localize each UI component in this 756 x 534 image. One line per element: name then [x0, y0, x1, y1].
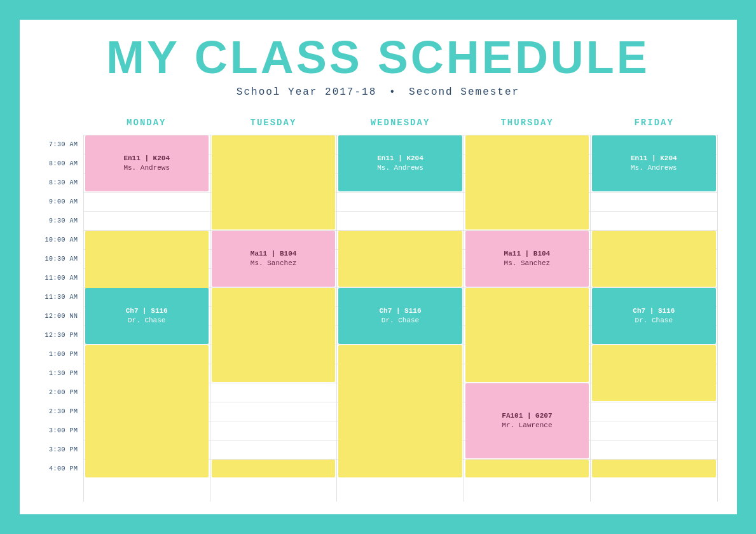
event-block: Ch7 | S116Dr. Chase — [338, 288, 462, 344]
event-name: FA101 | G207 — [502, 411, 552, 421]
event-name: Ma11 | B104 — [504, 249, 551, 259]
event-block: FA101 | G207Mr. Lawrence — [465, 383, 589, 458]
event-teacher: Dr. Chase — [254, 421, 292, 430]
event-teacher: Ms. Andrews — [377, 163, 423, 173]
event-teacher: Ms. Sanchez — [504, 259, 551, 268]
event-block — [465, 288, 589, 382]
event-name: Lit14 | K204 — [375, 202, 425, 211]
event-teacher: Ms. Andrews — [631, 163, 677, 173]
day-header: FRIDAY — [591, 111, 718, 135]
event-teacher: Dr. Chase — [381, 316, 419, 325]
event-teacher: Mr. Sawyer — [380, 211, 422, 221]
time-column: 7:30 AM8:00 AM8:30 AM9:00 AM9:30 AM10:00… — [39, 111, 83, 502]
event-block — [85, 345, 209, 477]
event-name: En11 | K204 — [631, 154, 677, 163]
day-header: THURSDAY — [464, 111, 591, 135]
event-block — [592, 460, 715, 477]
day-column: En11 | K204Ms. AndrewsLit14 | K204Mr. Sa… — [336, 135, 463, 502]
schedule-container: MY CLASS SCHEDULE School Year 2017-18 • … — [16, 16, 741, 518]
time-label: 12:00 NN — [39, 306, 83, 325]
event-block: In101 | C102Ms. Lodge — [592, 402, 715, 458]
day-headers: MONDAYTUESDAYWEDNESDAYTHURSDAYFRIDAY — [83, 111, 718, 135]
event-name: Ch7 | S116 — [380, 306, 422, 316]
event-name: In101 | C102 — [629, 421, 679, 430]
event-block: En11 | K204Ms. Andrews — [338, 135, 462, 191]
day-column: Ma11 | B104Ms. SanchezFA101 | G207Mr. La… — [464, 135, 590, 502]
event-name: Ch7 | S116 — [126, 306, 168, 316]
time-label: 2:30 PM — [39, 402, 83, 421]
event-block: Lit14 | K204Mr. Sawyer — [85, 193, 209, 229]
event-block: Ch7.1 | S211Dr. Chase — [212, 383, 335, 458]
event-block — [212, 288, 335, 382]
time-label: 9:30 AM — [39, 211, 83, 230]
time-label: 10:00 AM — [39, 230, 83, 249]
event-teacher: Ms. Sanchez — [251, 259, 297, 268]
time-label: 3:30 PM — [39, 440, 83, 459]
event-name: Ma11 | B104 — [251, 249, 297, 259]
event-block — [592, 345, 715, 401]
time-label: 11:00 AM — [39, 268, 83, 287]
time-label: 8:30 AM — [39, 173, 83, 192]
event-name: Lit14 | K204 — [121, 202, 172, 211]
semester: Second Semester — [409, 86, 519, 98]
time-label: 2:00 PM — [39, 383, 83, 402]
event-block: Lit14 | K204Mr. Sawyer — [338, 193, 462, 229]
grid-area: MONDAYTUESDAYWEDNESDAYTHURSDAYFRIDAY En1… — [83, 111, 718, 502]
dot: • — [389, 86, 397, 98]
event-block — [592, 231, 715, 287]
event-block — [465, 460, 589, 477]
main-title: MY CLASS SCHEDULE — [39, 32, 718, 83]
event-name: Lit14 | K204 — [629, 202, 679, 211]
event-name: En11 | K204 — [377, 154, 423, 163]
grid-body: En11 | K204Ms. AndrewsLit14 | K204Mr. Sa… — [83, 135, 718, 502]
event-teacher: Mr. Sawyer — [633, 211, 675, 221]
event-block: Lit14 | K204Mr. Sawyer — [592, 193, 715, 229]
time-label: 8:00 AM — [39, 154, 83, 173]
event-block: Ma11 | B104Ms. Sanchez — [465, 231, 589, 287]
time-label: 11:30 AM — [39, 287, 83, 306]
event-block: Ch7 | S116Dr. Chase — [592, 288, 715, 344]
time-label: 7:30 AM — [39, 135, 83, 154]
event-block — [212, 460, 335, 477]
event-block: Ma11 | B104Ms. Sanchez — [212, 231, 335, 287]
day-header: WEDNESDAY — [337, 111, 464, 135]
event-block — [465, 135, 589, 229]
event-block: Ch7 | S116Dr. Chase — [85, 288, 209, 344]
day-header: TUESDAY — [210, 111, 337, 135]
event-name: Ch7.1 | S211 — [249, 411, 299, 421]
day-column: Ma11 | B104Ms. SanchezCh7.1 | S211Dr. Ch… — [210, 135, 336, 502]
event-block — [338, 231, 462, 287]
subtitle: School Year 2017-18 • Second Semester — [39, 86, 718, 98]
time-label: 12:30 PM — [39, 325, 83, 345]
header: MY CLASS SCHEDULE School Year 2017-18 • … — [39, 32, 718, 98]
day-column: En11 | K204Ms. AndrewsLit14 | K204Mr. Sa… — [590, 135, 717, 502]
event-name: En11 | K204 — [123, 154, 170, 163]
event-block: En11 | K204Ms. Andrews — [85, 135, 209, 191]
event-teacher: Dr. Chase — [128, 316, 165, 325]
time-label: 1:00 PM — [39, 345, 83, 364]
schedule-area: 7:30 AM8:00 AM8:30 AM9:00 AM9:30 AM10:00… — [39, 111, 718, 502]
event-block — [212, 135, 335, 229]
school-year: School Year 2017-18 — [237, 86, 376, 98]
time-label: 3:00 PM — [39, 421, 83, 440]
event-name: Ch7 | S116 — [633, 306, 675, 316]
event-teacher: Mr. Lawrence — [502, 421, 552, 430]
time-label: 1:30 PM — [39, 364, 83, 383]
time-label: 4:00 PM — [39, 459, 83, 478]
event-teacher: Ms. Andrews — [123, 163, 170, 173]
event-block: En11 | K204Ms. Andrews — [592, 135, 715, 191]
event-teacher: Dr. Chase — [635, 316, 673, 325]
time-label: 10:30 AM — [39, 249, 83, 268]
event-block — [338, 345, 462, 477]
event-teacher: Mr. Sawyer — [126, 211, 168, 221]
time-label: 9:00 AM — [39, 192, 83, 211]
day-column: En11 | K204Ms. AndrewsLit14 | K204Mr. Sa… — [83, 135, 210, 502]
day-header: MONDAY — [83, 111, 210, 135]
event-teacher: Ms. Lodge — [635, 430, 673, 440]
